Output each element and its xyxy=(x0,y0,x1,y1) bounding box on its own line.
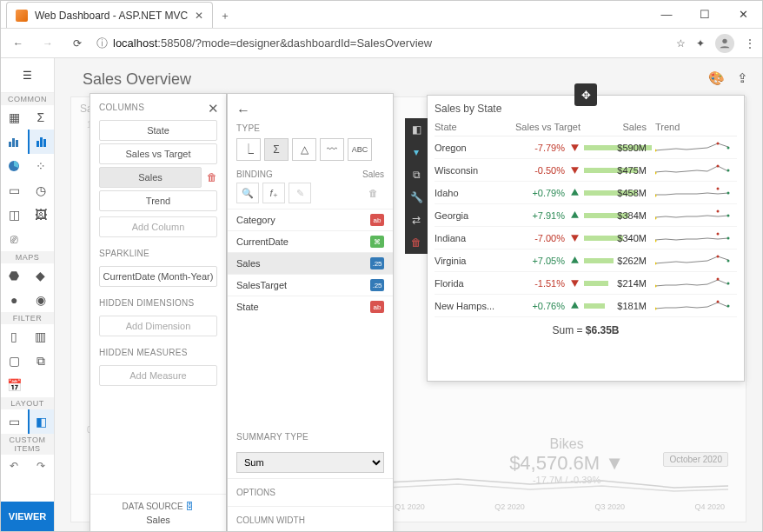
binding-item[interactable]: Sales.25 xyxy=(228,252,393,274)
table-row[interactable]: Virginia+7.05%$262M xyxy=(435,249,737,272)
grid-widget[interactable]: ✥ ◧ ▾ ⧉ 🔧 ⇄ 🗑 Sales by State State Sales… xyxy=(427,95,745,382)
cell-sales: $214M xyxy=(584,278,652,289)
add-calc-field-icon[interactable]: f₊ xyxy=(262,183,285,203)
tool-card-icon[interactable]: ▭ xyxy=(1,178,28,203)
viewer-button[interactable]: VIEWER xyxy=(1,502,54,531)
data-source-name[interactable]: Sales xyxy=(90,511,226,530)
maximize-button[interactable]: ☐ xyxy=(686,0,724,28)
binding-header: BINDING xyxy=(236,170,273,179)
type-text-icon[interactable]: ABC xyxy=(348,138,372,161)
palette-icon[interactable]: 🎨 xyxy=(708,70,725,86)
tool-map3-icon[interactable]: ● xyxy=(1,288,28,312)
table-row[interactable]: Oregon-7.79%$590M xyxy=(435,136,737,159)
back-button[interactable]: ← xyxy=(8,33,29,54)
tool-filter4-icon[interactable]: ⧉ xyxy=(28,349,55,373)
add-column-button[interactable]: Add Column xyxy=(99,216,217,237)
binding-item[interactable]: Categoryab xyxy=(228,209,393,230)
tool-image-icon[interactable]: 🖼 xyxy=(28,203,55,227)
tool-bind-icon[interactable]: ◧ xyxy=(405,118,428,141)
search-icon[interactable]: 🔍 xyxy=(236,183,259,203)
add-measure-button[interactable]: Add Measure xyxy=(99,365,217,386)
table-row[interactable]: Indiana-7.00%$340M xyxy=(435,227,737,249)
tool-date-icon[interactable]: 📅 xyxy=(1,373,28,397)
tool-map4-icon[interactable]: ◉ xyxy=(28,288,55,312)
col-svt[interactable]: Sales vs Target xyxy=(504,122,584,132)
table-row[interactable]: Wisconsin-0.50%$475M xyxy=(435,159,737,182)
type-sparkline-icon[interactable]: 〰 xyxy=(320,138,344,161)
tool-text-icon[interactable]: ⎚ xyxy=(1,227,28,251)
extensions-icon[interactable]: ✦ xyxy=(696,37,705,50)
tool-layout2-icon[interactable]: ◧ xyxy=(28,409,55,434)
tool-grid-icon[interactable]: ▦ xyxy=(1,105,28,130)
column-delete-icon[interactable]: 🗑 xyxy=(207,171,217,183)
tab-close-icon[interactable]: ✕ xyxy=(195,10,203,22)
timeline-end[interactable]: October 2020 xyxy=(663,452,728,467)
undo-button[interactable]: ↶ xyxy=(1,455,28,477)
new-tab-button[interactable]: ＋ xyxy=(213,3,237,28)
binding-item[interactable]: SalesTarget.25 xyxy=(228,274,393,296)
forward-button[interactable]: → xyxy=(37,33,58,54)
col-sales[interactable]: Sales xyxy=(584,122,652,132)
url-field[interactable]: ⓘ localhost:58508/?mode=designer&dashboa… xyxy=(96,36,667,51)
table-row[interactable]: Florida-1.51%$214M xyxy=(435,272,737,295)
type-delta-icon[interactable]: △ xyxy=(292,138,316,161)
database-icon[interactable]: 🗄 xyxy=(185,502,194,511)
browser-tab[interactable]: Web Dashboard - ASP.NET MVC ✕ xyxy=(6,2,213,28)
tool-map2-icon[interactable]: ◆ xyxy=(28,263,55,288)
site-info-icon[interactable]: ⓘ xyxy=(96,36,108,51)
table-row[interactable]: Georgia+7.91%$384M xyxy=(435,204,737,227)
type-dimension-icon[interactable]: ⎿ xyxy=(236,138,261,161)
profile-avatar[interactable] xyxy=(715,34,734,53)
tool-barchart-icon[interactable] xyxy=(1,130,28,154)
binding-item-tag: .25 xyxy=(370,257,384,269)
tool-treemap-icon[interactable]: ◫ xyxy=(1,203,28,227)
close-window-button[interactable]: ✕ xyxy=(724,0,762,28)
move-handle-icon[interactable]: ✥ xyxy=(574,83,597,106)
tool-filter1-icon[interactable]: ▯ xyxy=(1,324,28,349)
tool-interact-icon[interactable]: ⧉ xyxy=(405,163,428,186)
minimize-button[interactable]: — xyxy=(647,0,686,28)
tool-stacked-icon[interactable] xyxy=(28,130,55,154)
column-item[interactable]: Sales vs Target xyxy=(99,143,217,164)
add-dimension-button[interactable]: Add Dimension xyxy=(99,316,217,336)
column-item[interactable]: State xyxy=(99,120,217,141)
kebab-menu-icon[interactable]: ⋮ xyxy=(745,37,755,50)
tool-pie-icon[interactable] xyxy=(1,154,28,178)
col-trend[interactable]: Trend xyxy=(652,122,737,132)
redo-button[interactable]: ↷ xyxy=(28,455,55,477)
type-measure-icon[interactable]: Σ xyxy=(264,138,289,161)
arrow-up-icon xyxy=(565,188,584,197)
tool-scatter-icon[interactable]: ⁘ xyxy=(28,154,55,178)
col-state[interactable]: State xyxy=(435,122,504,132)
export-icon[interactable]: ⇪ xyxy=(737,70,748,86)
table-row[interactable]: Idaho+0.79%$458M xyxy=(435,182,737,204)
tool-convert-icon[interactable]: ⇄ xyxy=(405,209,428,231)
tool-map1-icon[interactable]: ⬣ xyxy=(1,263,28,288)
tool-filter-icon[interactable]: ▾ xyxy=(405,141,428,163)
column-item[interactable]: Sales xyxy=(99,167,202,188)
grid-sum-value: $6.35B xyxy=(586,324,620,336)
table-row[interactable]: New Hamps...+0.76%$181M xyxy=(435,295,737,317)
cell-trend-sparkline xyxy=(652,251,737,270)
options-header[interactable]: OPTIONS xyxy=(228,478,393,506)
delete-icon[interactable]: 🗑 xyxy=(362,183,384,203)
tool-gauge-icon[interactable]: ◷ xyxy=(28,178,55,203)
summary-select[interactable]: Sum xyxy=(236,452,384,473)
columns-close-icon[interactable]: ✕ xyxy=(208,101,219,116)
tool-sigma-icon[interactable]: Σ xyxy=(28,105,55,130)
tool-settings-icon[interactable]: 🔧 xyxy=(405,186,428,209)
binding-item[interactable]: Stateab xyxy=(228,296,393,317)
hamburger-menu-button[interactable]: ☰ xyxy=(1,58,54,93)
tool-layout1-icon[interactable]: ▭ xyxy=(1,409,28,434)
edit-icon[interactable]: ✎ xyxy=(289,183,311,203)
column-item[interactable]: Trend xyxy=(99,190,217,211)
reload-button[interactable]: ⟳ xyxy=(67,33,88,54)
bookmark-icon[interactable]: ☆ xyxy=(676,37,686,50)
binding-item[interactable]: CurrentDate⌘ xyxy=(228,230,393,252)
tool-filter3-icon[interactable]: ▢ xyxy=(1,349,28,373)
tool-delete-icon[interactable]: 🗑 xyxy=(405,231,428,254)
column-width-header[interactable]: COLUMN WIDTH xyxy=(228,506,393,531)
binding-back-
-icon[interactable]: ← xyxy=(236,103,250,118)
tool-filter2-icon[interactable]: ▥ xyxy=(28,324,55,349)
sparkline-item[interactable]: CurrentDate (Month-Year) xyxy=(99,266,217,287)
